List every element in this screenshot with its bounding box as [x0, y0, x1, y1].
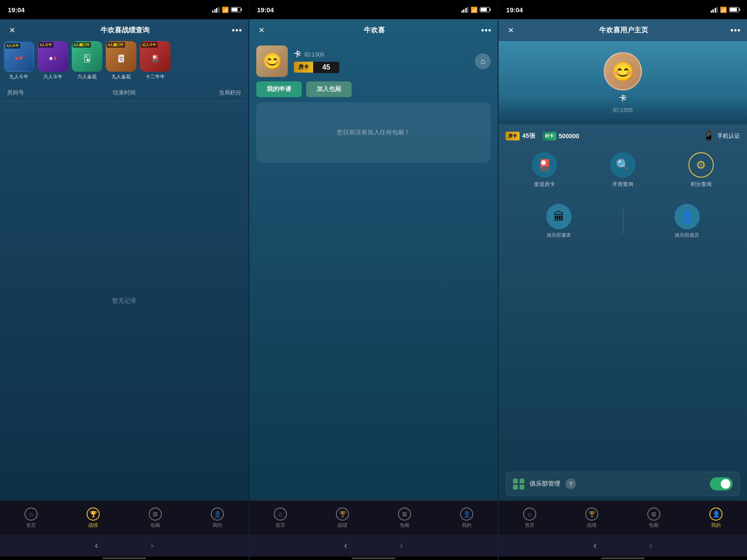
status-time-1: 19:04	[8, 6, 24, 14]
mgmt-grid-icon	[513, 479, 524, 490]
mgmt-toggle[interactable]	[710, 477, 733, 490]
nav-home-label-2: 首页	[276, 522, 285, 528]
back-btn-2[interactable]: ‹	[335, 540, 356, 551]
user-name: 卡	[294, 50, 301, 59]
phone-auth-label: 手机认证	[717, 132, 740, 140]
club-members-label: 俱乐部成员	[675, 232, 699, 238]
game-tab-9person-golden[interactable]: 9人癞三叶 🃏 九人金花	[106, 41, 136, 80]
bottom-nav-2: ⌂ 首页 🏆 战绩 ⊞ 包厢 👤 我的	[249, 500, 498, 535]
club-divider	[623, 209, 623, 234]
mgmt-help-btn[interactable]: ?	[565, 479, 576, 489]
nav-title-2: 牛欢喜	[268, 26, 481, 35]
back-btn-3[interactable]: ‹	[585, 540, 605, 551]
user-avatar: 😊	[256, 46, 288, 77]
stat-room-card-value: 45张	[522, 132, 535, 140]
nav-bar-3: ✕ 牛欢喜用户主页 •••	[499, 19, 747, 41]
action-room-query-label: 开房查询	[612, 181, 633, 188]
nav-battle-2[interactable]: 🏆 战绩	[311, 508, 374, 528]
nav-room-2[interactable]: ⊞ 包厢	[374, 508, 436, 528]
forward-btn-3[interactable]: ›	[640, 540, 661, 551]
game-tabs-row: 9人斗牛 ♠♥ 九人斗牛 8人斗牛 ♠♦ 六人斗牛	[0, 41, 248, 84]
nav-home-3[interactable]: ⌂ 首页	[499, 508, 561, 528]
screen-battle-records: ✕ 牛欢喜战绩查询 ••• 9人斗牛 ♠♥ 九人斗牛	[0, 19, 248, 560]
nav-mine-label-2: 我的	[462, 522, 471, 528]
club-members[interactable]: 👤 俱乐部成员	[674, 204, 700, 238]
back-btn-1[interactable]: ‹	[86, 540, 107, 551]
status-time-3: 19:04	[506, 6, 523, 14]
bottom-nav-1: ⌂ 首页 🏆 战绩 ⊞ 包厢 👤 我的	[0, 500, 248, 535]
game-tab-label-5: 十二牛牛	[146, 74, 165, 80]
game-tab-9person-douniu[interactable]: 9人斗牛 ♠♥ 九人斗牛	[3, 41, 34, 80]
actions-row: 🎴 发送房卡 🔍 开房查询 ⚙ 积分查询	[499, 148, 747, 195]
close-button-2[interactable]: ✕	[255, 24, 268, 36]
forward-btn-2[interactable]: ›	[391, 540, 412, 551]
action-send-cards[interactable]: 🎴 发送房卡	[532, 152, 557, 188]
home-button[interactable]: ⌂	[475, 53, 491, 69]
nav-mine-label-3: 我的	[711, 522, 721, 528]
profile-avatar: 😊	[604, 52, 642, 91]
status-bar-3: 19:04 📶	[498, 0, 747, 19]
game-tab-6person-douniu[interactable]: 8人斗牛 ♠♦ 六人斗牛	[38, 41, 68, 80]
club-invite[interactable]: 🏛 俱乐部邀请	[546, 204, 572, 238]
nav-home-1[interactable]: ⌂ 首页	[0, 508, 62, 528]
forward-btn-1[interactable]: ›	[142, 540, 162, 551]
game-tab-label-2: 六人斗牛	[43, 74, 63, 80]
profile-header: 😊 卡 ID:1305	[499, 41, 747, 124]
screen-user-profile: ✕ 牛欢喜用户主页 ••• 😊 卡 ID:1305 房卡 45张 积卡	[499, 19, 747, 560]
room-card-count: 45	[313, 62, 339, 73]
home-indicator-1	[0, 556, 248, 560]
game-tab-12cattle[interactable]: 记人斗牛 🎴 十二牛牛	[140, 41, 171, 80]
nav-more-3[interactable]: •••	[730, 25, 741, 35]
action-score-query[interactable]: ⚙ 积分查询	[688, 152, 714, 188]
nav-battle-3[interactable]: 🏆 战绩	[561, 508, 623, 528]
game-tab-label-3: 六人金花	[77, 74, 97, 80]
nav-bar-1: ✕ 牛欢喜战绩查询 •••	[0, 19, 248, 41]
stat-score-value: 500000	[559, 133, 579, 140]
nav-mine-label-1: 我的	[213, 522, 222, 528]
nav-battle-label-3: 战绩	[587, 522, 597, 528]
nav-room-label-3: 包厢	[649, 522, 659, 528]
stat-room-cards: 房卡 45张	[506, 132, 535, 140]
empty-box: 您目前没有加入任何包厢！	[256, 102, 491, 163]
room-card-badge: 房卡	[294, 62, 313, 73]
nav-mine-2[interactable]: 👤 我的	[436, 508, 498, 528]
close-button-1[interactable]: ✕	[6, 24, 18, 36]
nav-bar-2: ✕ 牛欢喜 •••	[249, 19, 498, 41]
nav-title-1: 牛欢喜战绩查询	[18, 26, 232, 35]
nav-more-1[interactable]: •••	[232, 25, 242, 35]
th-score: 当局积分	[163, 89, 241, 97]
empty-state-1: 暂无记录	[0, 102, 248, 500]
nav-more-2[interactable]: •••	[481, 25, 492, 35]
game-tab-label-1: 九人斗牛	[9, 74, 28, 80]
mgmt-label: 俱乐部管理	[530, 480, 560, 488]
stats-row: 房卡 45张 积卡 500000 📱 手机认证	[499, 124, 747, 148]
empty-message: 您目前没有加入任何包厢！	[337, 129, 410, 136]
nav-room-label-1: 包厢	[150, 522, 160, 528]
nav-home-2[interactable]: ⌂ 首页	[249, 508, 311, 528]
home-indicator-2	[249, 556, 498, 560]
nav-mine-1[interactable]: 👤 我的	[186, 508, 248, 528]
nav-battle-label-1: 战绩	[88, 522, 98, 528]
th-room: 房间号	[7, 89, 85, 97]
home-indicator-3	[499, 556, 747, 560]
phone-auth[interactable]: 📱 手机认证	[703, 130, 740, 142]
empty-text-1: 暂无记录	[112, 297, 136, 305]
game-tab-label-4: 九人金花	[112, 74, 131, 80]
action-room-query[interactable]: 🔍 开房查询	[610, 152, 635, 188]
nav-home-label-1: 首页	[26, 522, 36, 528]
th-time: 结束时间	[85, 89, 164, 97]
nav-battle-1[interactable]: 🏆 战绩	[62, 508, 124, 528]
nav-title-3: 牛欢喜用户主页	[517, 26, 730, 35]
bottom-nav-3: ⌂ 首页 🏆 战绩 ⊞ 包厢 👤 我的	[499, 500, 747, 535]
status-time-2: 19:04	[257, 6, 274, 14]
tab-my-apply[interactable]: 我的申请	[256, 81, 302, 97]
nav-room-1[interactable]: ⊞ 包厢	[124, 508, 186, 528]
browser-nav-2: ‹ ›	[249, 535, 498, 556]
game-tab-6person-golden[interactable]: 8人癞三叶 🂡 六人金花	[72, 41, 102, 80]
nav-mine-3[interactable]: 👤 我的	[685, 508, 747, 528]
close-button-3[interactable]: ✕	[505, 24, 517, 36]
nav-room-3[interactable]: ⊞ 包厢	[623, 508, 685, 528]
tab-join-room[interactable]: 加入包厢	[306, 81, 352, 97]
table-header-1: 房间号 结束时间 当局积分	[0, 84, 248, 102]
status-bar-2: 19:04 📶	[249, 0, 499, 19]
